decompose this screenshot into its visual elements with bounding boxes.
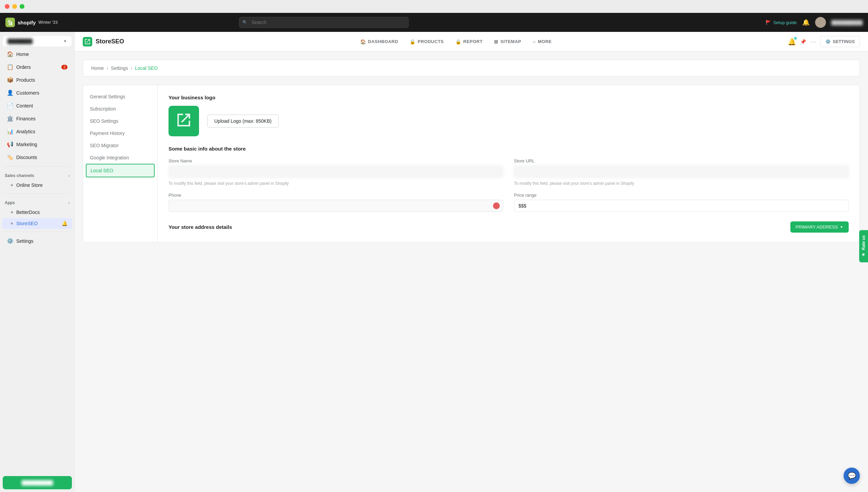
settings-nav-payment-history[interactable]: Payment History — [83, 127, 157, 139]
avatar — [815, 17, 826, 28]
settings-sidebar: General Settings Subscription SEO Settin… — [83, 85, 158, 242]
chat-button[interactable]: 💬 — [844, 468, 860, 484]
marketing-icon: 📢 — [7, 141, 13, 147]
pin-icon[interactable]: 📌 — [800, 39, 806, 44]
sidebar-item-label: Customers — [16, 90, 39, 96]
app-title-row: StoreSEO — [83, 37, 124, 46]
more-label: MORE — [538, 39, 552, 44]
layout: ████████ ▼ 🏠 Home 📋 Orders 2 📦 Products … — [0, 32, 868, 492]
dashboard-icon: 🏠 — [360, 39, 366, 44]
user-name: ██████████ — [831, 20, 863, 25]
sidebar-item-content[interactable]: 📄 Content — [2, 99, 72, 112]
app-notification-bell[interactable]: 🔔 — [788, 38, 796, 46]
sidebar-item-discounts[interactable]: 🏷️ Discounts — [2, 151, 72, 163]
chat-icon: 💬 — [848, 472, 856, 480]
notification-bell-icon[interactable]: 🔔 — [802, 19, 810, 26]
nav-more[interactable]: ○ MORE — [528, 36, 556, 47]
logo-preview-image — [175, 112, 192, 131]
sidebar-item-label: Home — [16, 52, 29, 57]
phone-input-row — [169, 200, 503, 212]
settings-gear-icon: ⚙️ — [825, 39, 831, 44]
breadcrumb-separator-1: › — [106, 65, 108, 71]
close-button[interactable] — [5, 4, 9, 9]
settings-nav-seo-migrator[interactable]: SEO Migrator — [83, 139, 157, 152]
chevron-icon-2: › — [68, 201, 70, 205]
search-input[interactable] — [239, 17, 409, 28]
settings-nav-google-integration[interactable]: Google Integration — [83, 152, 157, 164]
top-nav: shopify Winter '23 🚩 Setup guide 🔔 █████… — [0, 13, 868, 32]
divider-3 — [4, 232, 70, 232]
storeseo-dot — [11, 222, 13, 224]
price-range-field: Price range $ $$ $$$ $$$$ — [514, 193, 849, 212]
sidebar-item-orders[interactable]: 📋 Orders 2 — [2, 61, 72, 73]
store-selector[interactable]: ████████ ▼ — [3, 36, 72, 46]
customers-icon: 👤 — [7, 90, 13, 96]
settings-nav-local-seo[interactable]: Local SEO — [86, 164, 155, 177]
sidebar-item-customers[interactable]: 👤 Customers — [2, 86, 72, 99]
sidebar-item-betterdocs[interactable]: BetterDocs — [2, 207, 72, 218]
setup-guide-button[interactable]: 🚩 Setup guide — [766, 20, 796, 25]
chevron-down-icon: ▼ — [63, 39, 67, 43]
price-range-select[interactable]: $ $$ $$$ $$$$ — [514, 200, 849, 212]
phone-field: Phone — [169, 193, 503, 212]
dashboard-label: DASHBOARD — [368, 39, 398, 44]
logo-preview — [169, 106, 199, 136]
finances-icon: 🏛️ — [7, 115, 13, 122]
upload-logo-button[interactable]: Upload Logo (max: 850KB) — [207, 115, 279, 127]
online-store-dot — [11, 184, 13, 186]
shopify-text: shopify — [18, 20, 36, 25]
bottom-card[interactable]: ██████████ — [3, 476, 72, 489]
sitemap-icon: ⊞ — [494, 39, 498, 44]
more-dots-icon[interactable]: ⋯ — [810, 38, 816, 45]
sidebar-item-label: Products — [16, 77, 35, 83]
sidebar-item-finances[interactable]: 🏛️ Finances — [2, 112, 72, 125]
sidebar-item-label: Discounts — [16, 155, 37, 160]
sidebar-item-label: Orders — [16, 64, 31, 70]
record-button[interactable] — [493, 202, 500, 209]
season-badge: Winter '23 — [38, 20, 58, 25]
sidebar-item-settings[interactable]: ⚙️ Settings — [2, 235, 72, 247]
rate-us-label: Rate us — [861, 235, 866, 250]
store-url-input[interactable] — [514, 165, 849, 178]
more-icon: ○ — [533, 39, 536, 44]
products-label: PRODUCTS — [418, 39, 444, 44]
chevron-icon: › — [68, 174, 70, 178]
sidebar-item-label: Marketing — [16, 142, 37, 147]
sidebar-item-products[interactable]: 📦 Products — [2, 74, 72, 86]
sidebar-item-home[interactable]: 🏠 Home — [2, 48, 72, 60]
settings-button[interactable]: ⚙️ SETTINGS — [820, 36, 860, 47]
address-section: Your store address details PRIMARY ADDRE… — [169, 221, 849, 233]
store-url-hint: To modify this field, please visit your … — [514, 181, 849, 186]
nav-products[interactable]: 🔒 PRODUCTS — [405, 36, 448, 47]
phone-input[interactable] — [169, 200, 503, 212]
settings-nav-subscription[interactable]: Subscription — [83, 103, 157, 115]
storeseo-label: StoreSEO — [16, 221, 38, 226]
maximize-button[interactable] — [20, 4, 24, 9]
primary-address-button[interactable]: PRIMARY ADDRESS ▼ — [790, 221, 849, 233]
breadcrumb: Home › Settings › Local SEO — [83, 60, 860, 77]
nav-report[interactable]: 🔒 REPORT — [451, 36, 488, 47]
rate-us-tab[interactable]: ★ Rate us — [859, 230, 868, 262]
primary-address-label: PRIMARY ADDRESS — [796, 224, 838, 230]
breadcrumb-home[interactable]: Home — [91, 65, 104, 71]
store-url-label: Store URL — [514, 158, 849, 163]
breadcrumb-settings[interactable]: Settings — [111, 65, 128, 71]
sales-channels-label: Sales channels — [5, 173, 34, 178]
store-name-input[interactable] — [169, 165, 503, 178]
minimize-button[interactable] — [12, 4, 17, 9]
shopify-logo-icon — [5, 18, 15, 27]
analytics-icon: 📊 — [7, 128, 13, 135]
sidebar-item-storeseo[interactable]: StoreSEO 🔔 — [2, 218, 72, 229]
sidebar-item-analytics[interactable]: 📊 Analytics — [2, 125, 72, 138]
settings-nav-seo-settings[interactable]: SEO Settings — [83, 115, 157, 127]
main-content: StoreSEO 🏠 DASHBOARD 🔒 PRODUCTS 🔒 REPORT… — [75, 32, 868, 492]
sidebar-item-online-store[interactable]: Online Store — [2, 180, 72, 191]
content-area: Home › Settings › Local SEO General Sett… — [75, 52, 868, 251]
bottom-card-text: ██████████ — [22, 480, 53, 485]
sidebar-item-marketing[interactable]: 📢 Marketing — [2, 138, 72, 151]
nav-dashboard[interactable]: 🏠 DASHBOARD — [355, 36, 403, 47]
nav-sitemap[interactable]: ⊞ SITEMAP — [489, 36, 526, 47]
betterdocs-label: BetterDocs — [16, 210, 40, 215]
discounts-icon: 🏷️ — [7, 154, 13, 160]
settings-nav-general[interactable]: General Settings — [83, 91, 157, 103]
